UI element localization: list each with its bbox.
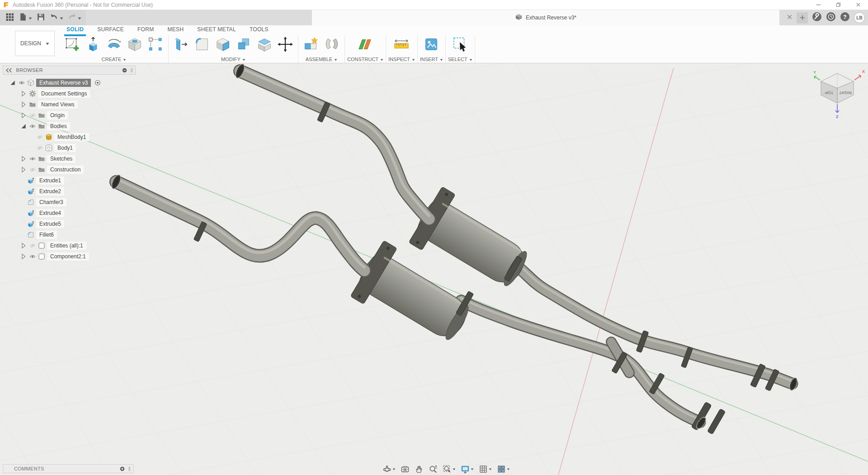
visibility-toggle[interactable] [35,134,44,140]
new-tab-button[interactable] [797,12,808,24]
group-assemble-dropdown[interactable]: ASSEMBLE [301,55,342,63]
tab-surface[interactable]: SURFACE [90,26,131,33]
hole-button[interactable] [124,35,145,55]
create-sketch-button[interactable] [62,35,83,55]
collapse-arrow-icon[interactable] [19,166,28,173]
browser-item-sketches[interactable]: Sketches [3,153,136,164]
orbit-button[interactable] [382,465,396,474]
collapse-arrow-icon[interactable] [19,101,28,108]
group-modify-dropdown[interactable]: MODIFY [171,55,296,63]
workspace-selector[interactable]: DESIGN [15,31,55,56]
insert-button[interactable] [421,35,442,55]
viewcube-face-top[interactable]: TOP [825,90,833,95]
grip-icon[interactable] [131,68,133,73]
select-button[interactable] [450,35,471,55]
browser-item-extrude1[interactable]: Extrude1 [3,175,136,186]
tab-mesh[interactable]: MESH [160,26,190,33]
save-button[interactable] [34,12,47,24]
group-construct-dropdown[interactable]: CONSTRUCT [347,55,383,63]
expand-arrow-icon[interactable] [8,80,17,86]
browser-item-entities-all-1[interactable]: Entities (all):1 [3,240,136,251]
grid-layout-button[interactable] [479,465,492,474]
pan-button[interactable] [415,465,424,474]
browser-item-bodies[interactable]: Bodies [3,121,136,132]
file-button[interactable] [16,12,34,24]
browser-item-body1[interactable]: Body1 [3,142,136,153]
browser-item-meshbody1[interactable]: MeshBody1 [3,132,136,142]
help-icon[interactable]: ? [840,12,850,24]
display-settings-button[interactable] [461,465,474,474]
job-status-clock-icon[interactable] [826,12,836,24]
browser-item-extrude4[interactable]: Extrude4 [3,208,136,218]
restore-button[interactable] [828,0,848,10]
tab-sheet-metal[interactable]: SHEET METAL [190,26,243,33]
fit-button[interactable] [443,465,456,474]
avatar[interactable]: LB [854,12,865,23]
collapse-panel-icon[interactable] [5,68,12,73]
collapse-arrow-icon[interactable] [19,253,28,260]
browser-item-fillet6[interactable]: Fillet6 [3,229,136,240]
collapse-arrow-icon[interactable] [19,156,28,162]
new-component-button[interactable] [301,35,321,55]
browser-item-exhaust-reverse-v3[interactable]: Exhaust Reverse v3 [3,77,136,88]
browser-item-extrude2[interactable]: Extrude2 [3,186,136,197]
split-body-button[interactable] [254,35,275,55]
combine-button[interactable] [233,35,254,55]
visibility-toggle[interactable] [28,253,37,260]
document-tab[interactable]: Exhaust Reverse v3* [312,10,779,25]
minimize-button[interactable] [808,0,828,10]
close-button[interactable] [848,0,868,10]
redo-button[interactable] [66,12,84,24]
visibility-toggle[interactable] [35,145,44,151]
browser-item-component2-1[interactable]: Component2:1 [3,251,136,262]
close-tab-button[interactable] [787,14,793,22]
visibility-toggle[interactable] [17,80,26,86]
group-inspect-dropdown[interactable]: INSPECT [388,55,415,63]
extrude-button[interactable] [83,35,104,55]
grip-icon[interactable] [128,466,131,471]
radio-target-icon[interactable] [93,80,102,86]
shell-button[interactable] [212,35,233,55]
visibility-toggle[interactable] [28,166,37,173]
collapse-arrow-icon[interactable] [19,90,28,97]
group-insert-dropdown[interactable]: INSERT [420,55,443,63]
comments-bar[interactable]: COMMENTS [3,464,134,473]
view-cube[interactable]: RIGHT TOP Y X Z [811,66,865,119]
visibility-toggle[interactable] [28,242,37,249]
group-create-dropdown[interactable]: CREATE [62,55,166,63]
browser-header[interactable]: BROWSER [3,66,136,75]
visibility-toggle[interactable] [28,112,37,119]
collapse-arrow-icon[interactable] [19,112,28,119]
visibility-toggle[interactable] [28,123,37,129]
circle-minus-icon[interactable] [122,68,127,73]
viewcube-face-right[interactable]: RIGHT [839,90,852,95]
browser-item-named-views[interactable]: Named Views [3,99,136,110]
zoom-button[interactable] [429,465,438,474]
joint-button[interactable] [321,35,342,55]
tab-solid[interactable]: SOLID [60,26,90,33]
revolve-button[interactable] [104,35,124,55]
group-select-dropdown[interactable]: SELECT [448,55,472,63]
expand-arrow-icon[interactable] [19,123,28,129]
circle-plus-icon[interactable] [120,466,125,471]
viewports-button[interactable] [497,465,510,474]
browser-item-document-settings[interactable]: Document Settings [3,88,136,99]
pattern-button[interactable] [145,35,166,55]
look-at-button[interactable] [401,465,410,474]
move-button[interactable] [275,35,296,55]
browser-item-extrude5[interactable]: Extrude5 [3,218,136,229]
visibility-toggle[interactable] [28,156,37,162]
fillet-button[interactable] [192,35,212,55]
browser-item-origin[interactable]: Origin [3,110,136,121]
browser-item-chamfer3[interactable]: Chamfer3 [3,197,136,208]
tab-tools[interactable]: TOOLS [243,26,275,33]
collapse-arrow-icon[interactable] [19,242,28,249]
browser-item-construction[interactable]: Construction [3,164,136,175]
tab-form[interactable]: FORM [131,26,161,33]
app-grid-button[interactable] [3,12,16,24]
measure-button[interactable] [391,35,412,55]
press-pull-button[interactable] [171,35,192,55]
extension-wrench-icon[interactable] [812,12,822,24]
construction-plane-button[interactable] [355,35,376,55]
undo-button[interactable] [47,12,66,24]
